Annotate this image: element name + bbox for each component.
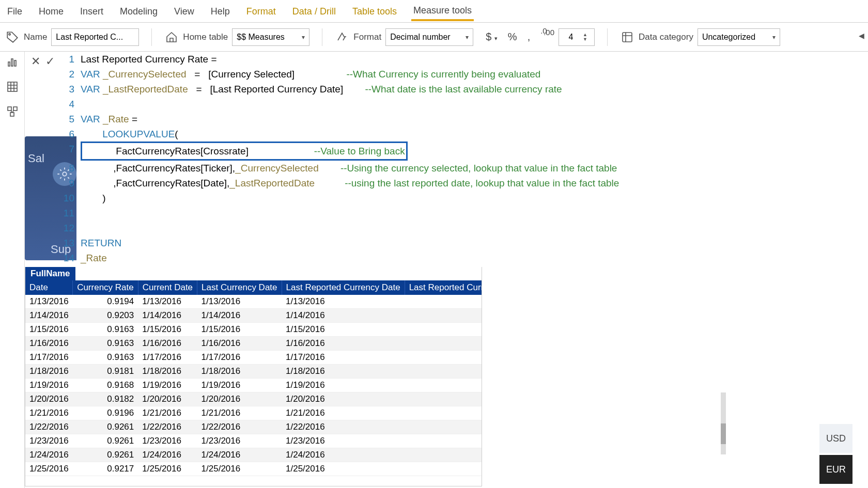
svg-rect-7 — [13, 107, 17, 111]
col-header[interactable]: Last Currency Date — [197, 280, 282, 295]
table-title: FullName — [25, 267, 75, 280]
format-select[interactable]: Decimal number — [385, 28, 473, 46]
col-header[interactable]: Currency Rate — [73, 280, 138, 295]
thousands-separator-button[interactable]: , — [524, 31, 534, 43]
name-label: Name — [24, 32, 47, 42]
table-row[interactable]: 1/19/20160.91681/19/20161/19/20161/19/20… — [25, 379, 482, 392]
ribbon-tab-measure-tools[interactable]: Measure tools — [411, 1, 474, 21]
currency-format-button[interactable]: $ ▾ — [483, 31, 501, 43]
view-rail — [0, 52, 25, 488]
col-header[interactable]: Date — [25, 280, 73, 295]
svg-rect-6 — [8, 107, 11, 111]
col-header[interactable]: Current Date — [138, 280, 197, 295]
home-table-select[interactable]: $$ Measures — [232, 28, 309, 46]
currency-eur-button[interactable]: EUR — [819, 455, 853, 484]
ribbon-tab-home[interactable]: Home — [37, 2, 66, 20]
home-icon — [164, 30, 179, 44]
table-row[interactable]: 1/21/20160.91961/21/20161/21/20161/21/20… — [25, 406, 482, 420]
currency-usd-button[interactable]: USD — [819, 424, 853, 453]
ribbon-tab-modeling[interactable]: Modeling — [118, 2, 160, 20]
table-row[interactable]: 1/20/20160.91821/20/20161/20/20161/20/20… — [25, 392, 482, 406]
decimals-input[interactable] — [559, 29, 583, 45]
cancel-formula-button[interactable]: ✕ — [31, 55, 40, 68]
report-view-icon[interactable] — [6, 56, 19, 68]
ribbon-tab-table-tools[interactable]: Table tools — [350, 2, 399, 20]
tag-icon — [5, 30, 20, 44]
scrollbar-track[interactable] — [721, 392, 726, 454]
svg-point-0 — [9, 33, 10, 35]
data-view-icon[interactable] — [6, 81, 19, 93]
home-table-label: Home table — [183, 32, 228, 42]
ribbon-tab-file[interactable]: File — [5, 2, 24, 20]
commit-formula-button[interactable]: ✓ — [45, 55, 55, 68]
ribbon-tab-help[interactable]: Help — [209, 2, 232, 20]
table-header-row: DateCurrency RateCurrent DateLast Curren… — [25, 280, 482, 295]
ribbon-tab-insert[interactable]: Insert — [78, 2, 105, 20]
expand-panel-toggle[interactable]: ◀ — [855, 29, 868, 42]
decimal-places-icon: .0.00 — [537, 28, 554, 46]
data-category-select[interactable]: Uncategorized — [698, 28, 780, 46]
data-table: FullName DateCurrency RateCurrent DateLa… — [25, 267, 482, 486]
svg-rect-2 — [8, 62, 10, 66]
table-row[interactable]: 1/22/20160.92611/22/20161/22/20161/22/20… — [25, 420, 482, 434]
svg-rect-8 — [10, 113, 14, 116]
measure-name-input[interactable] — [51, 28, 139, 46]
scrollbar-thumb[interactable] — [721, 423, 726, 444]
table-row[interactable]: 1/16/20160.91631/16/20161/16/20161/16/20… — [25, 337, 482, 351]
ribbon-tab-view[interactable]: View — [172, 2, 196, 20]
table-row[interactable]: 1/13/20160.91941/13/20161/13/20161/13/20… — [25, 295, 482, 309]
ribbon-tab-format[interactable]: Format — [244, 2, 278, 20]
table-row[interactable]: 1/24/20160.92611/24/20161/24/20161/24/20… — [25, 448, 482, 462]
svg-rect-3 — [11, 59, 13, 66]
dax-editor[interactable]: 1Last Reported Currency Rate =2VAR _Curr… — [61, 52, 619, 267]
table-row[interactable]: 1/15/20160.91631/15/20161/15/20161/15/20… — [25, 323, 482, 337]
svg-rect-4 — [14, 60, 16, 66]
table-row[interactable]: 1/18/20160.91811/18/20161/18/20161/18/20… — [25, 365, 482, 379]
format-label: Format — [353, 32, 381, 42]
table-row[interactable]: 1/23/20160.92611/23/20161/23/20161/23/20… — [25, 434, 482, 448]
ribbon-tab-data-drill[interactable]: Data / Drill — [290, 2, 338, 20]
data-category-icon — [620, 30, 634, 44]
currency-slicer: USD EUR — [819, 424, 853, 484]
col-header[interactable]: Last Reported Currency Rate — [405, 280, 482, 295]
col-header[interactable]: Last Reported Currency Date — [282, 280, 405, 295]
svg-rect-5 — [8, 82, 17, 91]
formula-bar: ✕ ✓ 1Last Reported Currency Rate =2VAR _… — [25, 52, 868, 267]
table-row[interactable]: 1/25/20160.92171/25/20161/25/20161/25/20… — [25, 462, 482, 476]
data-category-label: Data category — [639, 32, 693, 42]
svg-rect-1 — [623, 33, 632, 42]
format-icon — [335, 30, 349, 44]
percent-format-button[interactable]: % — [505, 31, 520, 43]
measure-toolbar: Name Home table $$ Measures Format Decim… — [0, 23, 868, 52]
decimals-stepper[interactable]: ▲▼ — [559, 28, 595, 46]
model-view-icon[interactable] — [6, 105, 19, 118]
table-row[interactable]: 1/14/20160.92031/14/20161/14/20161/14/20… — [25, 309, 482, 323]
table-row[interactable]: 1/17/20160.91631/17/20161/17/20161/17/20… — [25, 351, 482, 365]
table-body: 1/13/20160.91941/13/20161/13/20161/13/20… — [25, 295, 482, 476]
ribbon-tabs: FileHomeInsertModelingViewHelpFormatData… — [0, 0, 868, 23]
